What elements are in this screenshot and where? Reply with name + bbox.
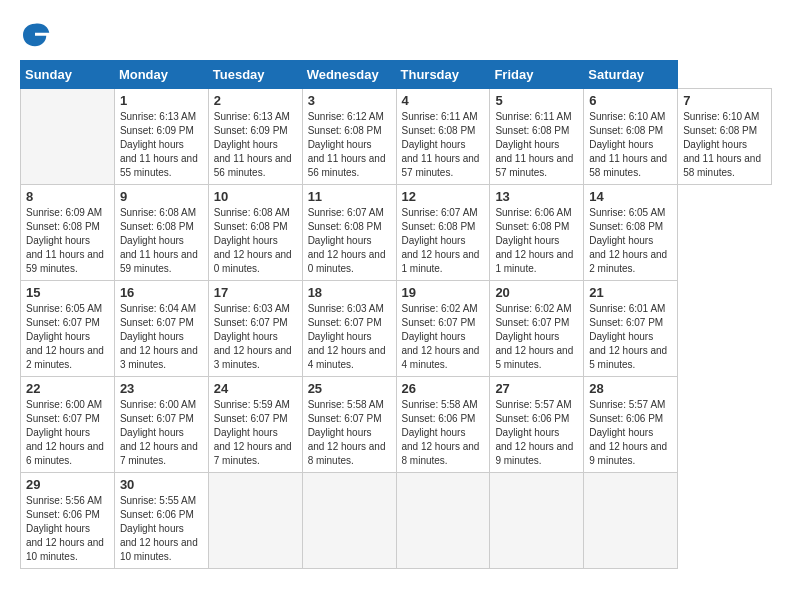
- day-info: Sunrise: 6:02 AMSunset: 6:07 PMDaylight …: [495, 302, 578, 372]
- day-info: Sunrise: 6:13 AMSunset: 6:09 PMDaylight …: [120, 110, 203, 180]
- calendar-cell: 10Sunrise: 6:08 AMSunset: 6:08 PMDayligh…: [208, 185, 302, 281]
- day-number: 5: [495, 93, 578, 108]
- day-number: 24: [214, 381, 297, 396]
- day-number: 27: [495, 381, 578, 396]
- calendar-cell: 18Sunrise: 6:03 AMSunset: 6:07 PMDayligh…: [302, 281, 396, 377]
- day-info: Sunrise: 5:55 AMSunset: 6:06 PMDaylight …: [120, 494, 203, 564]
- week-row-4: 22Sunrise: 6:00 AMSunset: 6:07 PMDayligh…: [21, 377, 772, 473]
- calendar-cell: [396, 473, 490, 569]
- day-info: Sunrise: 6:06 AMSunset: 6:08 PMDaylight …: [495, 206, 578, 276]
- calendar-cell: 14Sunrise: 6:05 AMSunset: 6:08 PMDayligh…: [584, 185, 678, 281]
- day-info: Sunrise: 6:10 AMSunset: 6:08 PMDaylight …: [683, 110, 766, 180]
- calendar-cell: [208, 473, 302, 569]
- calendar-cell: 24Sunrise: 5:59 AMSunset: 6:07 PMDayligh…: [208, 377, 302, 473]
- day-info: Sunrise: 5:57 AMSunset: 6:06 PMDaylight …: [589, 398, 672, 468]
- day-number: 15: [26, 285, 109, 300]
- calendar-cell: 30Sunrise: 5:55 AMSunset: 6:06 PMDayligh…: [114, 473, 208, 569]
- day-number: 19: [402, 285, 485, 300]
- day-header-sunday: Sunday: [21, 61, 115, 89]
- calendar-cell: 23Sunrise: 6:00 AMSunset: 6:07 PMDayligh…: [114, 377, 208, 473]
- day-info: Sunrise: 6:04 AMSunset: 6:07 PMDaylight …: [120, 302, 203, 372]
- week-row-3: 15Sunrise: 6:05 AMSunset: 6:07 PMDayligh…: [21, 281, 772, 377]
- week-row-2: 8Sunrise: 6:09 AMSunset: 6:08 PMDaylight…: [21, 185, 772, 281]
- day-info: Sunrise: 6:09 AMSunset: 6:08 PMDaylight …: [26, 206, 109, 276]
- day-header-monday: Monday: [114, 61, 208, 89]
- calendar-cell: 13Sunrise: 6:06 AMSunset: 6:08 PMDayligh…: [490, 185, 584, 281]
- calendar-cell: 15Sunrise: 6:05 AMSunset: 6:07 PMDayligh…: [21, 281, 115, 377]
- day-number: 12: [402, 189, 485, 204]
- day-info: Sunrise: 6:07 AMSunset: 6:08 PMDaylight …: [308, 206, 391, 276]
- day-info: Sunrise: 6:08 AMSunset: 6:08 PMDaylight …: [120, 206, 203, 276]
- day-info: Sunrise: 6:03 AMSunset: 6:07 PMDaylight …: [308, 302, 391, 372]
- day-info: Sunrise: 6:13 AMSunset: 6:09 PMDaylight …: [214, 110, 297, 180]
- week-row-1: 1Sunrise: 6:13 AMSunset: 6:09 PMDaylight…: [21, 89, 772, 185]
- day-info: Sunrise: 6:00 AMSunset: 6:07 PMDaylight …: [26, 398, 109, 468]
- day-header-saturday: Saturday: [584, 61, 678, 89]
- day-number: 29: [26, 477, 109, 492]
- calendar-cell: 12Sunrise: 6:07 AMSunset: 6:08 PMDayligh…: [396, 185, 490, 281]
- day-number: 18: [308, 285, 391, 300]
- day-info: Sunrise: 5:58 AMSunset: 6:07 PMDaylight …: [308, 398, 391, 468]
- day-info: Sunrise: 6:05 AMSunset: 6:07 PMDaylight …: [26, 302, 109, 372]
- day-number: 7: [683, 93, 766, 108]
- calendar-cell: 8Sunrise: 6:09 AMSunset: 6:08 PMDaylight…: [21, 185, 115, 281]
- week-row-5: 29Sunrise: 5:56 AMSunset: 6:06 PMDayligh…: [21, 473, 772, 569]
- calendar-cell: 6Sunrise: 6:10 AMSunset: 6:08 PMDaylight…: [584, 89, 678, 185]
- day-number: 28: [589, 381, 672, 396]
- day-info: Sunrise: 6:07 AMSunset: 6:08 PMDaylight …: [402, 206, 485, 276]
- day-number: 23: [120, 381, 203, 396]
- day-number: 10: [214, 189, 297, 204]
- day-header-thursday: Thursday: [396, 61, 490, 89]
- day-number: 3: [308, 93, 391, 108]
- calendar-cell: [490, 473, 584, 569]
- day-number: 25: [308, 381, 391, 396]
- calendar-cell: 29Sunrise: 5:56 AMSunset: 6:06 PMDayligh…: [21, 473, 115, 569]
- logo: [20, 20, 54, 50]
- day-number: 8: [26, 189, 109, 204]
- day-info: Sunrise: 6:10 AMSunset: 6:08 PMDaylight …: [589, 110, 672, 180]
- calendar-cell: 9Sunrise: 6:08 AMSunset: 6:08 PMDaylight…: [114, 185, 208, 281]
- calendar-cell: 17Sunrise: 6:03 AMSunset: 6:07 PMDayligh…: [208, 281, 302, 377]
- logo-icon: [20, 20, 50, 50]
- calendar-cell: 22Sunrise: 6:00 AMSunset: 6:07 PMDayligh…: [21, 377, 115, 473]
- calendar-cell: 5Sunrise: 6:11 AMSunset: 6:08 PMDaylight…: [490, 89, 584, 185]
- day-number: 21: [589, 285, 672, 300]
- calendar-table: SundayMondayTuesdayWednesdayThursdayFrid…: [20, 60, 772, 569]
- day-header-tuesday: Tuesday: [208, 61, 302, 89]
- calendar-cell: 3Sunrise: 6:12 AMSunset: 6:08 PMDaylight…: [302, 89, 396, 185]
- calendar-cell: [302, 473, 396, 569]
- day-info: Sunrise: 5:56 AMSunset: 6:06 PMDaylight …: [26, 494, 109, 564]
- day-number: 11: [308, 189, 391, 204]
- day-number: 22: [26, 381, 109, 396]
- day-info: Sunrise: 6:02 AMSunset: 6:07 PMDaylight …: [402, 302, 485, 372]
- calendar-cell: 21Sunrise: 6:01 AMSunset: 6:07 PMDayligh…: [584, 281, 678, 377]
- calendar-cell: 28Sunrise: 5:57 AMSunset: 6:06 PMDayligh…: [584, 377, 678, 473]
- day-info: Sunrise: 6:11 AMSunset: 6:08 PMDaylight …: [402, 110, 485, 180]
- day-number: 9: [120, 189, 203, 204]
- calendar-cell: 4Sunrise: 6:11 AMSunset: 6:08 PMDaylight…: [396, 89, 490, 185]
- day-number: 30: [120, 477, 203, 492]
- day-info: Sunrise: 6:01 AMSunset: 6:07 PMDaylight …: [589, 302, 672, 372]
- day-number: 4: [402, 93, 485, 108]
- calendar-cell: 16Sunrise: 6:04 AMSunset: 6:07 PMDayligh…: [114, 281, 208, 377]
- day-number: 14: [589, 189, 672, 204]
- day-info: Sunrise: 6:05 AMSunset: 6:08 PMDaylight …: [589, 206, 672, 276]
- day-info: Sunrise: 6:12 AMSunset: 6:08 PMDaylight …: [308, 110, 391, 180]
- calendar-cell: 1Sunrise: 6:13 AMSunset: 6:09 PMDaylight…: [114, 89, 208, 185]
- day-number: 6: [589, 93, 672, 108]
- day-info: Sunrise: 6:11 AMSunset: 6:08 PMDaylight …: [495, 110, 578, 180]
- day-info: Sunrise: 6:00 AMSunset: 6:07 PMDaylight …: [120, 398, 203, 468]
- calendar-cell: 2Sunrise: 6:13 AMSunset: 6:09 PMDaylight…: [208, 89, 302, 185]
- day-number: 2: [214, 93, 297, 108]
- day-number: 26: [402, 381, 485, 396]
- day-info: Sunrise: 6:08 AMSunset: 6:08 PMDaylight …: [214, 206, 297, 276]
- calendar-cell: 27Sunrise: 5:57 AMSunset: 6:06 PMDayligh…: [490, 377, 584, 473]
- calendar-cell: [21, 89, 115, 185]
- day-number: 17: [214, 285, 297, 300]
- calendar-cell: 25Sunrise: 5:58 AMSunset: 6:07 PMDayligh…: [302, 377, 396, 473]
- calendar-cell: [584, 473, 678, 569]
- day-number: 13: [495, 189, 578, 204]
- day-number: 20: [495, 285, 578, 300]
- calendar-cell: 19Sunrise: 6:02 AMSunset: 6:07 PMDayligh…: [396, 281, 490, 377]
- page-header: [20, 20, 772, 50]
